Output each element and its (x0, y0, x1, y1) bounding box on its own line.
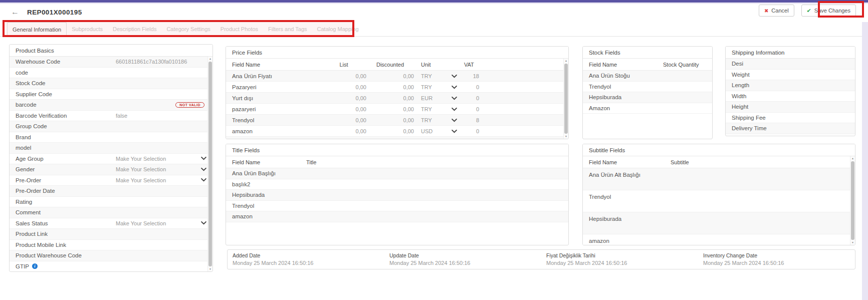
field-label: Age Group (10, 156, 116, 162)
price-discounted-value[interactable]: 0,00 (366, 73, 414, 79)
price-row: Yurt dışı0,000,00EUR0 (226, 93, 568, 104)
field-value[interactable]: Make Your Selection (116, 220, 201, 226)
field-label: Group Code (10, 123, 116, 129)
scroll-down-icon[interactable]: ▼ (851, 240, 854, 245)
chevron-down-icon[interactable] (201, 178, 206, 182)
page-header: ← REP001X000195 ✖ Cancel ✔ Save Changes (0, 4, 868, 20)
price-unit-value[interactable]: USD (414, 128, 444, 134)
chevron-down-icon[interactable] (444, 95, 464, 101)
tab-filters-and-tags[interactable]: Filters and Tags (263, 22, 312, 36)
tab-description-fields[interactable]: Description Fields (108, 22, 161, 36)
title-field-name: Trendyol (226, 203, 306, 209)
price-unit-value[interactable]: TRY (414, 84, 444, 90)
chevron-down-icon[interactable] (444, 117, 464, 123)
field-row: GenderMake Your Selection (10, 164, 212, 175)
price-discounted-value[interactable]: 0,00 (366, 128, 414, 134)
chevron-down-icon[interactable] (201, 157, 206, 160)
price-fields-scrollbar[interactable]: ▲ ▼ (563, 59, 568, 139)
subtitle-value[interactable] (671, 234, 855, 238)
title-row: Ana Ürün Başlığı (226, 168, 568, 179)
title-fields-header: Field Name Title (226, 156, 568, 168)
price-row: HB0,000,00TRY0 (226, 137, 568, 139)
field-value[interactable]: Make Your Selection (116, 166, 201, 172)
chevron-down-icon[interactable] (444, 84, 464, 90)
price-vat-value[interactable]: 0 (464, 84, 492, 90)
product-basics-scrollbar[interactable]: ▲ ▼ (207, 57, 212, 271)
page-scrollbar[interactable] (862, 22, 868, 300)
price-unit-value[interactable]: EUR (414, 95, 444, 101)
chevron-down-icon[interactable] (201, 221, 206, 225)
stock-field-name: Amazon (583, 105, 663, 111)
tab-category-settings[interactable]: Category Settings (161, 22, 215, 36)
chevron-down-icon[interactable] (444, 73, 464, 79)
scroll-thumb[interactable] (564, 64, 568, 134)
price-discounted-value[interactable]: 0,00 (366, 117, 414, 123)
back-arrow-icon[interactable]: ← (11, 8, 19, 16)
column-field-name: Field Name (226, 159, 306, 165)
field-value[interactable]: false (116, 113, 212, 119)
field-value[interactable]: 6601811861c7a130fa010186 (116, 59, 212, 65)
scroll-thumb[interactable] (208, 62, 212, 266)
product-basics-body: Warehouse Code6601811861c7a130fa010186co… (10, 57, 212, 271)
title-field-name: Hepsiburada (226, 192, 306, 198)
cancel-button[interactable]: ✖ Cancel (759, 5, 794, 17)
subtitle-value[interactable] (671, 212, 855, 216)
field-label-text: Barcode Verification (16, 113, 67, 119)
chevron-down-icon[interactable] (201, 168, 206, 171)
title-row: başlık2 (226, 179, 568, 190)
price-unit-value[interactable]: TRY (414, 117, 444, 123)
subtitle-value[interactable] (671, 190, 855, 194)
price-list-value[interactable]: 0,00 (321, 95, 366, 101)
field-label-text: barcode (16, 102, 37, 108)
shipping-row: Width (726, 91, 855, 102)
price-list-value[interactable]: 0,00 (321, 84, 366, 90)
shipping-field-name: Weight (726, 72, 806, 78)
price-vat-value[interactable]: 0 (464, 95, 492, 101)
price-unit-value[interactable]: TRY (414, 73, 444, 79)
chevron-down-icon[interactable] (444, 128, 464, 134)
date-value: Monday 25 March 2024 16:50:16 (703, 260, 855, 266)
tab-subproducts[interactable]: Subproducts (67, 22, 108, 36)
stock-row: Amazon (583, 103, 712, 114)
price-field-name: Yurt dışı (226, 95, 321, 101)
price-discounted-value[interactable]: 0,00 (366, 84, 414, 90)
price-row: pazaryeri0,000,00TRY0 (226, 104, 568, 115)
scroll-up-icon[interactable]: ▲ (851, 156, 854, 161)
price-list-value[interactable]: 0,00 (321, 73, 366, 79)
field-label: GTIPi (10, 263, 116, 269)
tab-product-photos[interactable]: Product Photos (215, 22, 263, 36)
subtitle-fields-scrollbar[interactable]: ▲ ▼ (850, 156, 855, 245)
scroll-down-icon[interactable]: ▼ (209, 267, 211, 271)
field-value[interactable]: Make Your Selection (116, 177, 201, 183)
info-icon[interactable]: i (32, 263, 38, 269)
scroll-up-icon[interactable]: ▲ (565, 59, 567, 63)
price-list-value[interactable]: 0,00 (321, 117, 366, 123)
shipping-field-name: Delivery Time (726, 125, 806, 131)
subtitle-field-name: amazon (583, 234, 671, 244)
price-vat-value[interactable]: 8 (464, 117, 492, 123)
price-unit-value[interactable]: TRY (414, 106, 444, 112)
chevron-down-icon[interactable] (444, 106, 464, 112)
tab-catalog-mapping[interactable]: Catalog Mapping (312, 22, 364, 36)
dates-footer: Added DateMonday 25 March 2024 16:50:16U… (227, 249, 855, 269)
price-vat-value[interactable]: 0 (464, 128, 492, 134)
date-column: Inventory Change DateMonday 25 March 202… (698, 250, 855, 269)
price-list-value[interactable]: 0,00 (321, 106, 366, 112)
price-vat-value[interactable]: 18 (464, 73, 492, 79)
save-changes-button[interactable]: ✔ Save Changes (801, 5, 856, 17)
scroll-down-icon[interactable]: ▼ (565, 134, 567, 139)
price-vat-value[interactable]: 0 (464, 106, 492, 112)
price-list-value[interactable]: 0,00 (321, 128, 366, 134)
field-label: Warehouse Code (10, 59, 116, 65)
subtitle-fields-title: Subtitle Fields (583, 144, 855, 156)
scroll-thumb[interactable] (851, 161, 854, 240)
stock-fields-panel: Stock Fields Field Name Stock Quantity A… (582, 46, 713, 139)
price-discounted-value[interactable]: 0,00 (366, 95, 414, 101)
scroll-up-icon[interactable]: ▲ (209, 57, 211, 61)
price-row: Ana Ürün Fiyatı0,000,00TRY18 (226, 71, 568, 82)
tab-general-information[interactable]: General Information (7, 22, 67, 37)
price-discounted-value[interactable]: 0,00 (366, 106, 414, 112)
shipping-field-name: Width (726, 93, 806, 99)
subtitle-value[interactable] (671, 168, 855, 172)
field-value[interactable]: Make Your Selection (116, 156, 201, 162)
